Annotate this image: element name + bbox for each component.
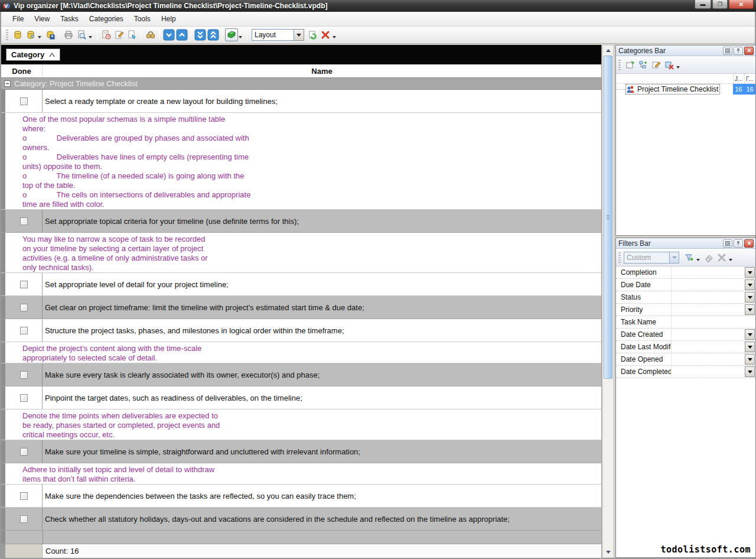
categories-toolbar-dropdown[interactable]: [676, 66, 680, 69]
move-to-bottom-button[interactable]: [194, 28, 207, 41]
filter-dropdown-button[interactable]: [745, 280, 755, 290]
task-row[interactable]: Set appropriate topical criteria for you…: [1, 210, 601, 233]
filter-value-field[interactable]: [672, 291, 744, 303]
category-group-row[interactable]: Category: Project Timeline Checklist: [1, 78, 601, 90]
save-filter-dropdown[interactable]: [696, 259, 700, 261]
delete-filter-button[interactable]: [715, 251, 728, 264]
task-checkbox[interactable]: [20, 448, 28, 456]
layout-combobox-dropdown[interactable]: [294, 29, 304, 41]
menu-tools[interactable]: Tools: [129, 13, 156, 25]
menu-tasks[interactable]: Tasks: [55, 13, 84, 25]
task-row[interactable]: Make sure every task is clearly associat…: [1, 363, 601, 386]
apply-layout-button[interactable]: [306, 28, 319, 41]
panel-pin-button[interactable]: [734, 47, 743, 55]
note-row[interactable]: One of the most popular schemas is a sim…: [1, 113, 601, 210]
menu-help[interactable]: Help: [156, 13, 181, 25]
note-row[interactable]: Denote the time points when deliverables…: [1, 410, 601, 440]
filter-dropdown-button[interactable]: [745, 342, 755, 352]
task-row[interactable]: Select a ready template or create a new …: [1, 90, 601, 113]
task-checkbox[interactable]: [20, 371, 28, 379]
category-item[interactable]: Project Timeline Checklist: [625, 84, 720, 95]
edit-task-button[interactable]: [113, 28, 126, 41]
categories-count-header-1[interactable]: J...: [733, 74, 744, 83]
edit-category-button[interactable]: [650, 58, 663, 72]
group-by-category-button[interactable]: Category: [6, 48, 60, 61]
print-preview-button[interactable]: [75, 28, 88, 41]
task-checkbox[interactable]: [20, 327, 28, 334]
menu-view[interactable]: View: [29, 13, 55, 25]
column-header-name[interactable]: Name: [43, 64, 601, 77]
scrollbar-track[interactable]: [603, 379, 613, 547]
move-to-top-button[interactable]: [207, 28, 220, 41]
filter-preset-dropdown[interactable]: [670, 252, 679, 264]
menu-file[interactable]: File: [7, 13, 29, 25]
new-category-button[interactable]: [624, 58, 637, 72]
panel-close-button[interactable]: [744, 239, 754, 248]
open-database-dropdown[interactable]: [38, 36, 41, 38]
task-checkbox[interactable]: [20, 394, 28, 402]
filter-value-field[interactable]: [672, 316, 755, 328]
task-checkbox[interactable]: [20, 492, 28, 500]
save-database-button[interactable]: [44, 28, 57, 41]
layouts-button[interactable]: [225, 28, 238, 41]
filter-dropdown-button[interactable]: [745, 354, 755, 365]
layout-combobox-value[interactable]: Layout: [252, 29, 294, 41]
collapse-icon[interactable]: [4, 80, 11, 87]
move-up-button[interactable]: [175, 28, 188, 41]
note-row[interactable]: You may like to narrow a scope of task t…: [1, 233, 601, 273]
task-row[interactable]: Structure the project tasks, phases, and…: [1, 319, 601, 342]
task-row[interactable]: Get clear on project timeframe: limit th…: [1, 296, 601, 319]
layouts-dropdown[interactable]: [239, 36, 242, 38]
task-row[interactable]: Pinpoint the target dates, such as readi…: [1, 386, 601, 410]
filter-value-field[interactable]: [672, 366, 744, 378]
filter-dropdown-button[interactable]: [745, 292, 755, 303]
task-row[interactable]: Set appropriate level of detail for your…: [1, 273, 601, 296]
print-preview-dropdown[interactable]: [89, 36, 92, 38]
filter-value-field[interactable]: [672, 304, 744, 316]
task-checkbox[interactable]: [20, 515, 28, 523]
task-row[interactable]: Check whether all statutory holidays, da…: [1, 508, 601, 531]
new-database-button[interactable]: [11, 28, 24, 41]
toolbar-more-dropdown[interactable]: [333, 36, 336, 38]
note-row[interactable]: Adhere to initially set topic and level …: [1, 463, 601, 485]
delete-layout-button[interactable]: [319, 28, 332, 41]
filter-value-field[interactable]: [672, 266, 744, 278]
scrollbar-thumb[interactable]: [604, 56, 612, 379]
minimize-button[interactable]: ▬: [695, 0, 711, 9]
panel-restore-button[interactable]: [723, 239, 732, 248]
column-header-done[interactable]: Done: [1, 64, 43, 77]
clear-filter-button[interactable]: [702, 251, 715, 264]
task-checkbox[interactable]: [20, 281, 28, 288]
move-down-button[interactable]: [162, 28, 175, 41]
filter-value-field[interactable]: [672, 341, 744, 353]
note-row[interactable]: Depict the project’s content along with …: [1, 342, 601, 363]
delete-category-button[interactable]: [663, 58, 676, 72]
filter-value-field[interactable]: [672, 279, 744, 291]
task-checkbox[interactable]: [20, 304, 28, 311]
filter-preset-value[interactable]: Custom: [624, 252, 670, 264]
new-subcategory-button[interactable]: [637, 58, 650, 72]
task-row[interactable]: Make sure the dependencies between the t…: [1, 485, 601, 508]
filters-toolbar-dropdown[interactable]: [729, 259, 732, 261]
vertical-scrollbar[interactable]: [602, 45, 614, 558]
filter-value-field[interactable]: [672, 329, 744, 340]
filter-dropdown-button[interactable]: [745, 329, 755, 340]
category-row[interactable]: Project Timeline Checklist 16 16: [616, 84, 755, 95]
filter-preset-combobox[interactable]: Custom: [624, 252, 679, 264]
open-database-button[interactable]: [24, 28, 37, 41]
categories-count-header-2[interactable]: Г...: [744, 74, 755, 83]
find-button[interactable]: [144, 28, 157, 41]
scroll-up-button[interactable]: [603, 46, 613, 56]
panel-close-button[interactable]: [744, 47, 754, 55]
save-filter-button[interactable]: [683, 251, 696, 264]
print-button[interactable]: [62, 28, 75, 41]
restore-button[interactable]: ❐: [712, 0, 728, 9]
task-row[interactable]: Make sure your timeline is simple, strai…: [1, 440, 601, 463]
close-button[interactable]: ✕: [729, 0, 754, 9]
menu-categories[interactable]: Categories: [84, 13, 129, 25]
new-task-button[interactable]: [100, 28, 113, 41]
task-checkbox[interactable]: [20, 217, 28, 225]
filter-value-field[interactable]: [672, 353, 744, 365]
task-checkbox[interactable]: [20, 98, 28, 105]
filter-dropdown-button[interactable]: [745, 304, 755, 315]
